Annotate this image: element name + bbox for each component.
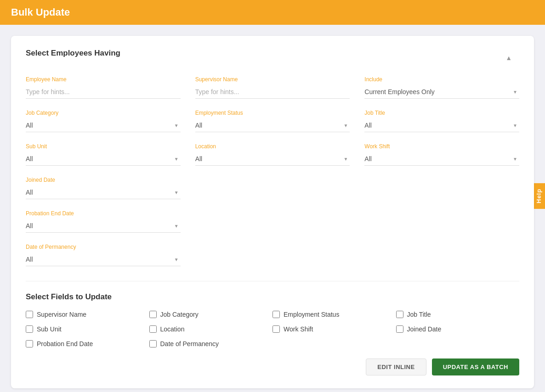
- probation-end-date-label: Probation End Date: [26, 210, 181, 217]
- job-category-select-wrapper: All ▼: [26, 119, 181, 132]
- fields-row-3: Probation End Date Date of Permanency: [26, 340, 519, 347]
- section-divider: [26, 281, 519, 281]
- field-supervisor-name-checkbox[interactable]: [26, 311, 33, 318]
- field-job-title: Job Title: [396, 311, 520, 318]
- location-field: Location All ▼: [195, 143, 350, 166]
- employee-name-input[interactable]: [26, 85, 181, 99]
- employment-status-label: Employment Status: [195, 110, 350, 116]
- field-joined-date-label: Joined Date: [407, 325, 442, 333]
- select-employees-title: Select Employees Having: [26, 49, 120, 58]
- job-title-select-wrapper: All ▼: [364, 119, 519, 132]
- work-shift-field: Work Shift All ▼: [364, 143, 519, 166]
- field-employment-status: Employment Status: [272, 311, 396, 318]
- field-employment-status-checkbox[interactable]: [272, 311, 280, 318]
- job-category-field: Job Category All ▼: [26, 110, 181, 132]
- field-joined-date: Joined Date: [396, 325, 520, 333]
- field-job-title-label: Job Title: [407, 311, 431, 318]
- field-work-shift-label: Work Shift: [284, 325, 313, 333]
- employment-status-select[interactable]: All: [195, 119, 350, 132]
- field-work-shift: Work Shift: [272, 325, 396, 333]
- job-title-select[interactable]: All: [364, 119, 519, 132]
- page-header: Bulk Update: [0, 0, 545, 25]
- filter-row-3: Sub Unit All ▼ Location All ▼: [26, 143, 519, 177]
- supervisor-name-label: Supervisor Name: [195, 76, 350, 83]
- field-date-of-permanency-label: Date of Permanency: [160, 340, 219, 347]
- work-shift-select-wrapper: All ▼: [364, 152, 519, 166]
- probation-end-date-select-wrapper: All ▼: [26, 219, 181, 233]
- field-joined-date-checkbox[interactable]: [396, 325, 403, 333]
- job-title-label: Job Title: [364, 110, 519, 116]
- date-of-permanency-select-wrapper: All ▼: [26, 253, 181, 266]
- include-select-wrapper: Current Employees Only Past Employees Al…: [364, 85, 519, 99]
- field-supervisor-name: Supervisor Name: [26, 311, 149, 318]
- update-batch-button[interactable]: UPDATE AS A BATCH: [432, 358, 519, 375]
- field-probation-end-date-label: Probation End Date: [37, 340, 93, 347]
- include-select[interactable]: Current Employees Only Past Employees Al…: [364, 85, 519, 98]
- supervisor-name-field: Supervisor Name: [195, 76, 350, 99]
- select-fields-section: Select Fields to Update Supervisor Name …: [26, 292, 519, 347]
- include-label: Include: [364, 76, 519, 83]
- field-job-category-label: Job Category: [160, 311, 199, 318]
- job-category-label: Job Category: [26, 110, 181, 116]
- select-fields-title: Select Fields to Update: [26, 292, 519, 302]
- job-title-field: Job Title All ▼: [364, 110, 519, 132]
- select-employees-section: Select Employees Having ▲ Employee Name …: [26, 49, 519, 277]
- field-location: Location: [149, 325, 273, 333]
- field-job-category-checkbox[interactable]: [149, 311, 157, 318]
- employee-name-label: Employee Name: [26, 76, 181, 83]
- employment-status-field: Employment Status All ▼: [195, 110, 350, 132]
- employee-name-field: Employee Name: [26, 76, 181, 99]
- field-supervisor-name-label: Supervisor Name: [37, 311, 86, 318]
- sub-unit-select-wrapper: All ▼: [26, 152, 181, 166]
- field-location-label: Location: [160, 325, 185, 333]
- supervisor-name-input[interactable]: [195, 85, 350, 99]
- field-job-title-checkbox[interactable]: [396, 311, 403, 318]
- field-sub-unit-label: Sub Unit: [37, 325, 62, 333]
- filter-row-1: Employee Name Supervisor Name Include Cu…: [26, 76, 519, 110]
- date-of-permanency-field: Date of Permanency All ▼: [26, 244, 181, 266]
- joined-date-select-wrapper: All ▼: [26, 186, 181, 199]
- employment-status-select-wrapper: All ▼: [195, 119, 350, 132]
- joined-date-field: Joined Date All ▼: [26, 177, 181, 199]
- field-date-of-permanency: Date of Permanency: [149, 340, 273, 347]
- field-probation-end-date: Probation End Date: [26, 340, 149, 347]
- sub-unit-field: Sub Unit All ▼: [26, 143, 181, 166]
- field-date-of-permanency-checkbox[interactable]: [149, 340, 157, 347]
- bulk-update-card: Select Employees Having ▲ Employee Name …: [11, 36, 534, 388]
- sub-unit-select[interactable]: All: [26, 152, 181, 165]
- joined-date-select[interactable]: All: [26, 186, 181, 199]
- location-select-wrapper: All ▼: [195, 152, 350, 166]
- include-field: Include Current Employees Only Past Empl…: [364, 76, 519, 99]
- actions-row: EDIT INLINE UPDATE AS A BATCH: [26, 358, 519, 375]
- field-job-category: Job Category: [149, 311, 273, 318]
- work-shift-select[interactable]: All: [364, 152, 519, 165]
- job-category-select[interactable]: All: [26, 119, 181, 132]
- collapse-toggle-icon[interactable]: ▲: [505, 54, 512, 62]
- filter-row-6: Date of Permanency All ▼: [26, 244, 519, 277]
- field-location-checkbox[interactable]: [149, 325, 157, 333]
- field-sub-unit-checkbox[interactable]: [26, 325, 33, 333]
- filter-row-4: Joined Date All ▼: [26, 177, 519, 210]
- sub-unit-label: Sub Unit: [26, 143, 181, 150]
- filter-row-5: Probation End Date All ▼: [26, 210, 519, 244]
- main-content: Select Employees Having ▲ Employee Name …: [0, 25, 545, 392]
- page-title: Bulk Update: [11, 6, 70, 18]
- field-sub-unit: Sub Unit: [26, 325, 149, 333]
- filter-row-2: Job Category All ▼ Employment Status All: [26, 110, 519, 143]
- work-shift-label: Work Shift: [364, 143, 519, 150]
- probation-end-date-field: Probation End Date All ▼: [26, 210, 181, 233]
- location-label: Location: [195, 143, 350, 150]
- probation-end-date-select[interactable]: All: [26, 219, 181, 232]
- field-probation-end-date-checkbox[interactable]: [26, 340, 33, 347]
- location-select[interactable]: All: [195, 152, 350, 165]
- edit-inline-button[interactable]: EDIT INLINE: [366, 358, 426, 375]
- field-work-shift-checkbox[interactable]: [272, 325, 280, 333]
- date-of-permanency-select[interactable]: All: [26, 253, 181, 266]
- field-employment-status-label: Employment Status: [284, 311, 339, 318]
- fields-row-2: Sub Unit Location Work Shift Joined Date: [26, 325, 519, 333]
- fields-row-1: Supervisor Name Job Category Employment …: [26, 311, 519, 318]
- joined-date-label: Joined Date: [26, 177, 181, 183]
- date-of-permanency-label: Date of Permanency: [26, 244, 181, 250]
